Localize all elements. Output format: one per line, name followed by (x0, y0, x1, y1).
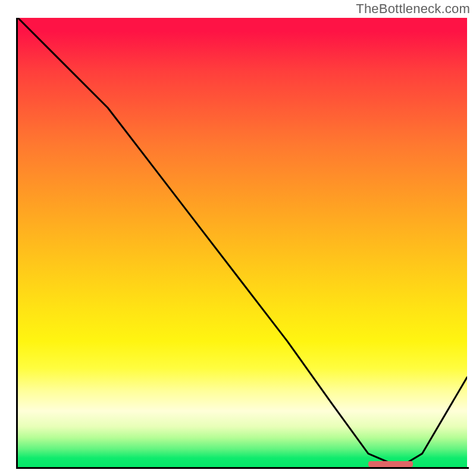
bottleneck-curve-line (18, 18, 467, 467)
optimal-zone-marker (368, 461, 414, 467)
x-axis-line (16, 467, 469, 469)
plot-area (18, 18, 467, 467)
y-axis-line (16, 18, 18, 469)
watermark-text: TheBottleneck.com (356, 1, 470, 17)
chart-container: TheBottleneck.com (0, 0, 476, 476)
curve-overlay (18, 18, 467, 467)
